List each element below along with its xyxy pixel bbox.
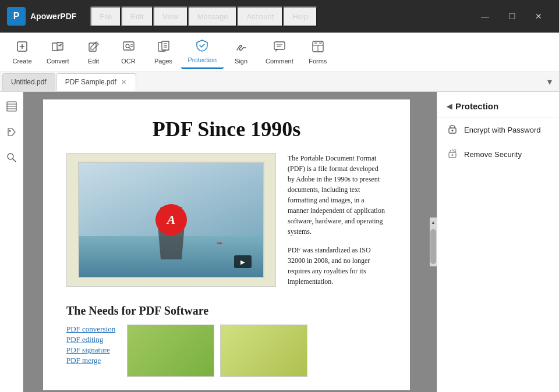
tab-dropdown[interactable]: ▾ [543,75,557,89]
svg-rect-7 [123,42,134,50]
pdf-link-3[interactable]: PDF signature [66,345,115,355]
search-panel-icon[interactable] [3,149,20,166]
pages-label: Pages [154,58,172,65]
pdf-lower: The Needs for PDF Software PDF conversio… [66,304,387,377]
titlebar: P ApowerPDF File Edit View Message Accou… [0,0,559,33]
menu-message[interactable]: Message [188,6,238,27]
comment-button[interactable]: Comment [259,35,300,69]
create-label: Create [12,58,31,65]
close-button[interactable]: ✕ [525,6,552,27]
edit-label: Edit [88,58,99,65]
ocr-label: OCR [121,58,135,65]
svg-line-32 [13,159,16,162]
svg-point-37 [454,149,456,152]
menu-view[interactable]: View [153,6,188,27]
forms-button[interactable]: Forms [300,35,335,69]
svg-point-30 [9,130,10,132]
comment-label: Comment [266,58,293,65]
menu-help[interactable]: Help [283,6,317,27]
svg-rect-18 [274,42,285,49]
svg-point-34 [452,130,454,131]
protection-icon [196,39,208,55]
scroll-thumb[interactable] [430,229,436,264]
pdf-area: PDF Since 1990s A ➡ [23,92,437,392]
sign-button[interactable]: Sign [224,35,259,69]
encrypt-password-item[interactable]: Encrypt with Password [437,117,559,142]
tab-close-sample[interactable]: ✕ [120,79,128,86]
svg-rect-4 [57,42,63,50]
panel-title: Protection [455,101,498,111]
adobe-badge: A [155,204,187,236]
tags-panel-icon[interactable] [3,123,20,141]
encrypt-label: Encrypt with Password [464,126,541,134]
tabbar: Untitled.pdf PDF Sample.pdf ✕ ▾ [0,72,559,92]
pdf-paragraph1: The Portable Document Format (PDF) is a … [288,153,387,237]
svg-line-9 [129,47,130,49]
play-button[interactable]: ▶ [234,255,252,268]
maximize-button[interactable]: ☐ [498,6,525,27]
remove-security-item[interactable]: Remove Security [437,142,559,166]
main-area: PDF Since 1990s A ➡ [0,92,559,392]
convert-icon [51,40,64,56]
forms-label: Forms [309,58,327,65]
pdf-text-col1: The Portable Document Format (PDF) is a … [288,153,387,295]
unlock-icon [447,148,458,161]
scrollbar: ▲ [430,218,437,266]
right-panel: ◀ Protection Encrypt with Password [437,92,559,392]
create-button[interactable]: Create [5,35,40,69]
tab-sample[interactable]: PDF Sample.pdf ✕ [56,73,136,91]
pages-button[interactable]: Pages [146,35,181,69]
app-name: ApowerPDF [30,12,76,21]
protection-button[interactable]: Protection [181,35,224,69]
panel-header: ◀ Protection [437,99,559,117]
pdf-page: PDF Since 1990s A ➡ [43,99,410,390]
comment-icon [273,40,286,56]
scroll-up-button[interactable]: ▲ [430,218,437,227]
convert-label: Convert [47,58,69,65]
menu-edit[interactable]: Edit [121,6,153,27]
pages-panel-icon[interactable] [3,98,20,115]
menu-file[interactable]: File [90,6,121,27]
ocr-icon [122,40,135,56]
protection-label: Protection [188,56,217,63]
app-logo: P [7,7,26,26]
menu-account[interactable]: Account [237,6,283,27]
pdf-link-1[interactable]: PDF conversion [66,325,115,334]
pdf-title: PDF Since 1990s [66,117,387,141]
left-sidebar [0,92,23,392]
svg-point-36 [452,154,454,156]
tab-untitled[interactable]: Untitled.pdf [2,73,55,91]
sign-label: Sign [235,58,247,65]
pages-icon [157,40,170,56]
edit-icon [87,40,100,56]
pdf-links: PDF conversion PDF editing PDF signature… [66,325,115,377]
pdf-link-2[interactable]: PDF editing [66,335,115,344]
create-icon [16,40,29,56]
panel-collapse-arrow[interactable]: ◀ [447,102,452,111]
lock-icon [447,123,458,136]
pdf-section-title: The Needs for PDF Software [66,304,387,318]
toolbar: Create Convert Edit [0,33,559,72]
sign-icon [235,40,247,56]
pdf-paragraph2: PDF was standardized as ISO 32000 in 200… [288,245,387,287]
pdf-image: A ➡ ▶ [66,153,276,287]
edit-button[interactable]: Edit [76,35,111,69]
minimize-button[interactable]: — [472,6,498,27]
pdf-link-4[interactable]: PDF merge [66,356,115,365]
ocr-button[interactable]: OCR [111,35,146,69]
forms-icon [312,40,324,56]
convert-button[interactable]: Convert [40,35,76,69]
remove-security-label: Remove Security [464,150,522,159]
